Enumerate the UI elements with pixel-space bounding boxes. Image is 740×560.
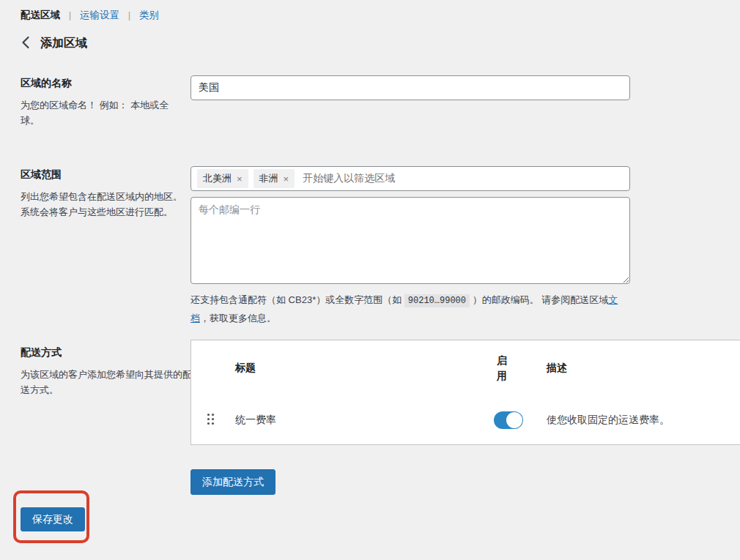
breadcrumb-nav: 配送区域 | 运输设置 | 类别	[21, 9, 159, 22]
region-select-placeholder: 开始键入以筛选区域	[303, 172, 395, 185]
help-text-part1: 还支持包含通配符（如 CB23*）或全数字范围（如	[190, 294, 404, 305]
zone-name-input[interactable]	[190, 75, 630, 100]
zone-regions-label-block: 区域范围 列出您希望包含在配送区域内的地区。 系统会将客户与这些地区进行匹配。	[21, 168, 189, 220]
chip-label: 北美洲	[203, 172, 232, 185]
region-multiselect[interactable]: 北美洲 × 非洲 × 开始键入以筛选区域	[190, 166, 630, 191]
postcode-range-code: 90210…99000	[404, 294, 470, 307]
nav-shipping-zones[interactable]: 配送区域	[21, 10, 60, 20]
shipping-methods-label: 配送方式	[21, 346, 192, 359]
enabled-column-header: 启用	[484, 340, 538, 395]
nav-classes[interactable]: 类别	[139, 10, 159, 20]
shipping-methods-label-block: 配送方式 为该区域的客户添加您希望向其提供的配送方式。	[21, 346, 192, 398]
nav-separator: |	[69, 10, 72, 20]
nav-separator: |	[128, 10, 131, 20]
help-text-part3: ，获取更多信息。	[200, 313, 276, 324]
title-column-header: 标题	[226, 340, 484, 395]
table-header-row: 标题 启用 描述	[191, 340, 740, 395]
page-heading: 添加区域	[21, 36, 87, 51]
drag-column-header	[191, 340, 226, 395]
zone-regions-description: 列出您希望包含在配送区域内的地区。 系统会将客户与这些地区进行匹配。	[21, 190, 189, 220]
save-changes-button[interactable]: 保存更改	[21, 507, 85, 531]
postcodes-textarea[interactable]	[190, 197, 630, 284]
drag-handle-icon[interactable]	[206, 412, 215, 426]
method-description: 使您收取固定的运送费率。	[538, 395, 740, 444]
add-shipping-method-button[interactable]: 添加配送方式	[190, 469, 275, 495]
enable-method-toggle[interactable]	[494, 411, 523, 429]
shipping-methods-description: 为该区域的客户添加您希望向其提供的配送方式。	[21, 367, 192, 398]
nav-shipping-options[interactable]: 运输设置	[80, 10, 119, 20]
remove-chip-icon[interactable]: ×	[237, 173, 243, 184]
region-chip-north-america: 北美洲 ×	[197, 169, 248, 188]
remove-chip-icon[interactable]: ×	[284, 173, 289, 184]
zone-name-description: 为您的区域命名！ 例如： 本地或全球。	[21, 98, 183, 129]
method-title[interactable]: 统一费率	[235, 414, 276, 425]
page-title: 添加区域	[40, 36, 87, 51]
zone-regions-label: 区域范围	[21, 168, 189, 182]
region-chip-africa: 非洲 ×	[254, 169, 295, 188]
toggle-knob	[506, 412, 522, 428]
table-row: 统一费率 使您收取固定的运送费率。	[191, 395, 740, 444]
help-text-part2: ）的邮政编码。 请参阅配送区域	[470, 294, 608, 305]
postcode-help-text: 还支持包含通配符（如 CB23*）或全数字范围（如 90210…99000 ）的…	[190, 291, 630, 326]
zone-name-label-block: 区域的名称 为您的区域命名！ 例如： 本地或全球。	[21, 77, 183, 129]
back-button[interactable]	[21, 36, 30, 51]
chip-label: 非洲	[259, 172, 278, 185]
shipping-methods-table: 标题 启用 描述 统	[190, 340, 740, 445]
description-column-header: 描述	[538, 340, 740, 395]
zone-name-label: 区域的名称	[21, 77, 183, 90]
chevron-left-icon	[21, 36, 30, 51]
